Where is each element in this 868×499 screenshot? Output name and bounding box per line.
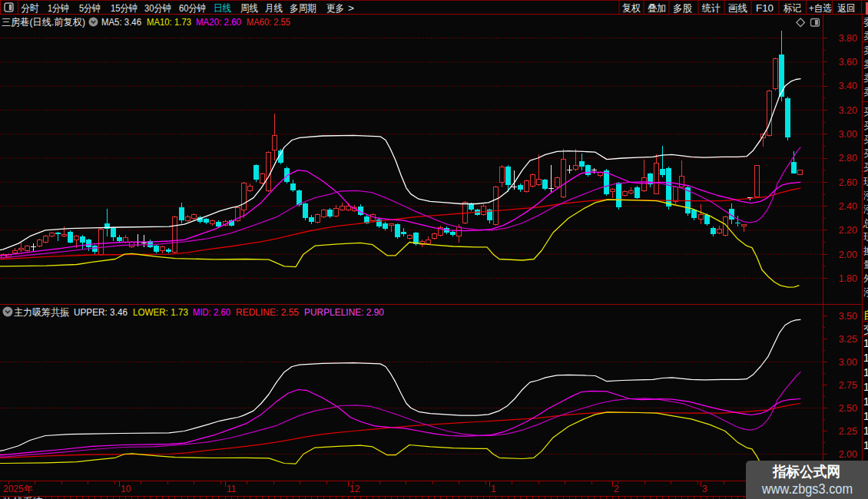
svg-text:UPPER: 3.46: UPPER: 3.46	[74, 307, 128, 318]
svg-text:2.00: 2.00	[839, 250, 857, 260]
svg-text:F10: F10	[756, 2, 774, 14]
svg-text:统计: 统计	[701, 2, 721, 14]
svg-text:LOWER: 1.73: LOWER: 1.73	[133, 307, 188, 318]
svg-text:1: 1	[863, 439, 868, 451]
svg-text:买: 买	[863, 147, 868, 159]
svg-text:2.60: 2.60	[839, 177, 857, 188]
svg-text:买: 买	[863, 106, 868, 117]
svg-text:2: 2	[614, 484, 619, 494]
svg-text:涨: 涨	[863, 203, 868, 215]
svg-text:标记: 标记	[784, 2, 801, 14]
svg-text:买: 买	[863, 120, 868, 131]
svg-text:卖: 卖	[863, 72, 868, 84]
svg-text:2025年: 2025年	[3, 484, 33, 494]
svg-text:量: 量	[863, 259, 868, 270]
svg-text:1: 1	[863, 395, 868, 408]
svg-text:60分钟: 60分钟	[179, 2, 206, 14]
svg-text:+自选: +自选	[809, 2, 832, 14]
svg-text:指标公式网: 指标公式网	[772, 464, 840, 480]
svg-text:15分钟: 15分钟	[111, 2, 137, 14]
svg-text:3.25: 3.25	[839, 334, 857, 345]
svg-text:2.00: 2.00	[839, 449, 857, 460]
svg-text:10: 10	[121, 484, 131, 494]
svg-text:周线: 周线	[240, 2, 258, 14]
svg-text:www.zbgs3.com: www.zbgs3.com	[761, 481, 853, 497]
svg-text:月线: 月线	[265, 2, 283, 14]
svg-text:日线: 日线	[214, 2, 231, 14]
svg-text:自: 自	[863, 308, 868, 321]
svg-text:2.50: 2.50	[839, 403, 857, 414]
svg-text:2.40: 2.40	[839, 201, 857, 212]
svg-text:1: 1	[863, 425, 868, 437]
svg-text:外: 外	[863, 273, 868, 284]
svg-text:3.80: 3.80	[839, 33, 857, 44]
svg-text:>: >	[348, 2, 354, 14]
svg-text:12: 12	[350, 484, 360, 494]
svg-text:交: 交	[863, 322, 868, 335]
svg-text:30分钟: 30分钟	[144, 2, 171, 14]
svg-text:卖: 卖	[863, 45, 868, 56]
svg-text:3.50: 3.50	[839, 311, 857, 322]
svg-text:分时: 分时	[22, 2, 39, 14]
svg-text:委: 委	[863, 16, 868, 28]
svg-text:3: 3	[702, 484, 707, 494]
svg-text:1: 1	[863, 410, 868, 422]
svg-text:MA60: 2.55: MA60: 2.55	[247, 17, 290, 28]
svg-text:11: 11	[227, 484, 237, 494]
svg-text:现: 现	[863, 176, 868, 187]
svg-text:现: 现	[863, 231, 868, 243]
svg-text:叠加: 叠加	[648, 2, 666, 14]
svg-text:2.20: 2.20	[839, 225, 857, 236]
svg-text:MA10: 1.73: MA10: 1.73	[147, 17, 191, 28]
svg-text:2.80: 2.80	[839, 153, 857, 164]
svg-text:卖: 卖	[863, 58, 868, 70]
svg-text:1: 1	[863, 337, 868, 349]
svg-text:2.25: 2.25	[839, 426, 857, 437]
svg-text:1: 1	[863, 352, 868, 364]
svg-text:返回: 返回	[838, 2, 856, 14]
svg-text:3.60: 3.60	[839, 57, 857, 68]
svg-text:MID: 2.60: MID: 2.60	[193, 307, 230, 318]
svg-text:1: 1	[863, 381, 868, 393]
svg-text:多周期: 多周期	[290, 2, 316, 14]
svg-text:涨: 涨	[863, 190, 868, 201]
svg-text:3.20: 3.20	[839, 105, 857, 116]
svg-text:复权: 复权	[622, 2, 641, 14]
svg-text:三房巷(日线.前复权): 三房巷(日线.前复权)	[2, 17, 85, 28]
svg-text:3.00: 3.00	[839, 357, 857, 368]
svg-text:画线: 画线	[728, 2, 747, 14]
svg-text:涨: 涨	[863, 286, 868, 298]
svg-text:3.00: 3.00	[839, 129, 857, 140]
svg-text:3.40: 3.40	[839, 81, 857, 91]
svg-text:卖: 卖	[863, 86, 868, 97]
svg-text:卖: 卖	[863, 30, 868, 41]
svg-text:总: 总	[863, 217, 868, 229]
svg-text:换: 换	[863, 245, 868, 256]
svg-text:REDLINE: 2.55: REDLINE: 2.55	[236, 307, 299, 318]
svg-text:5分钟: 5分钟	[79, 2, 101, 14]
svg-text:MA20: 2.60: MA20: 2.60	[196, 17, 241, 28]
svg-text:2.75: 2.75	[839, 380, 857, 391]
svg-text:PURPLELINE: 2.90: PURPLELINE: 2.90	[304, 307, 384, 318]
svg-text:1.80: 1.80	[839, 273, 857, 284]
svg-text:1: 1	[491, 484, 496, 494]
svg-text:买: 买	[863, 161, 868, 173]
svg-text:更多: 更多	[326, 2, 344, 14]
svg-text:均线系统: 均线系统	[2, 496, 43, 499]
svg-text:1分钟: 1分钟	[48, 2, 69, 14]
svg-text:买: 买	[863, 134, 868, 145]
svg-text:多股: 多股	[673, 2, 692, 14]
svg-text:主力吸筹共振: 主力吸筹共振	[14, 307, 69, 318]
svg-text:MA5: 3.46: MA5: 3.46	[101, 17, 141, 28]
svg-text:1: 1	[863, 366, 868, 378]
